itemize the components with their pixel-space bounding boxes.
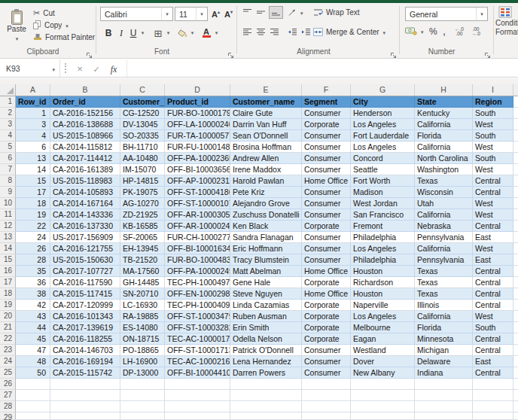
cell-B24[interactable]: CA-2016-169194 — [50, 356, 120, 367]
cell-C19[interactable]: LC-16930 — [120, 300, 165, 311]
paste-button[interactable]: Paste — [3, 6, 30, 45]
cell-D15[interactable]: FUR-BO-10004834 — [165, 254, 230, 266]
cell-D22[interactable]: TEC-AC-10000171 — [165, 333, 230, 345]
cell-H24[interactable]: Delaware — [415, 356, 473, 367]
cell-B1[interactable]: Order_id — [50, 96, 120, 108]
row-header-1[interactable]: 1 — [0, 96, 16, 108]
cancel-button[interactable] — [72, 59, 87, 77]
cell-E9[interactable]: Pete Kriz — [230, 187, 302, 198]
cell-F26[interactable] — [302, 379, 351, 390]
cell-H25[interactable]: Indiana — [415, 367, 473, 379]
cell-A9[interactable]: 17 — [16, 187, 50, 198]
cell-F8[interactable]: Home Office — [302, 175, 351, 187]
decrease-indent-button[interactable] — [288, 28, 297, 36]
cell-I4[interactable]: South — [473, 130, 513, 142]
cell-partial-19[interactable] — [513, 300, 518, 311]
formula-bar-resize-handle[interactable] — [65, 63, 66, 73]
cell-F21[interactable]: Corporate — [302, 322, 351, 333]
cell-partial-28[interactable] — [513, 401, 518, 412]
cell-B28[interactable] — [50, 401, 120, 412]
cell-D14[interactable]: OFF-BI-10001634 — [165, 243, 230, 254]
cell-E15[interactable]: Tracy Blumstein — [230, 254, 302, 266]
cell-G7[interactable]: Seattle — [351, 164, 415, 175]
bold-button[interactable]: B — [102, 26, 114, 41]
row-header-4[interactable]: 4 — [0, 130, 16, 142]
cell-B27[interactable] — [50, 390, 120, 401]
conditional-formatting-button[interactable]: Conditional Formatting — [495, 6, 518, 36]
cell-partial-17[interactable] — [513, 277, 518, 288]
cell-E23[interactable]: Patrick O'Donnell — [230, 345, 302, 356]
cell-E17[interactable]: Gene Hale — [230, 277, 302, 288]
cell-G28[interactable] — [351, 401, 415, 412]
cell-partial-6[interactable] — [513, 153, 518, 164]
cell-partial-24[interactable] — [513, 356, 518, 367]
cell-B15[interactable]: US-2015-150630 — [50, 254, 120, 266]
cell-E19[interactable]: Linda Cazamias — [230, 300, 302, 311]
row-header-19[interactable]: 19 — [0, 300, 16, 311]
cut-button[interactable]: Cut — [33, 8, 55, 18]
column-header-A[interactable]: A — [16, 84, 50, 96]
font-color-dropdown-icon[interactable] — [212, 26, 220, 41]
cell-I19[interactable]: Central — [473, 300, 513, 311]
row-header-22[interactable]: 22 — [0, 333, 16, 345]
column-header-B[interactable]: B — [50, 84, 120, 96]
cell-partial-12[interactable] — [513, 221, 518, 232]
column-header-D[interactable]: D — [165, 84, 230, 96]
cell-E10[interactable]: Alejandro Grove — [230, 198, 302, 209]
cell-F25[interactable]: Consumer — [302, 367, 351, 379]
cell-C5[interactable]: BH-11710 — [120, 142, 165, 153]
cell-E22[interactable]: Odella Nelson — [230, 333, 302, 345]
cell-G20[interactable]: Los Angeles — [351, 311, 415, 322]
row-header-26[interactable]: 26 — [0, 379, 16, 390]
cell-D24[interactable]: TEC-AC-10002167 — [165, 356, 230, 367]
cell-A27[interactable] — [16, 390, 50, 401]
cell-D8[interactable]: OFF-AP-10002311 — [165, 175, 230, 187]
cell-D26[interactable] — [165, 379, 230, 390]
cell-C7[interactable]: IM-15070 — [120, 164, 165, 175]
cell-B26[interactable] — [50, 379, 120, 390]
column-header-G[interactable]: G — [351, 84, 415, 96]
cell-G10[interactable]: West Jordan — [351, 198, 415, 209]
cell-H6[interactable]: North Carolina — [415, 153, 473, 164]
cell-C16[interactable]: MA-17560 — [120, 266, 165, 277]
cell-partial-7[interactable] — [513, 164, 518, 175]
cell-F27[interactable] — [302, 390, 351, 401]
row-header-29[interactable]: 29 — [0, 412, 16, 420]
cell-H20[interactable]: California — [415, 311, 473, 322]
cell-F1[interactable]: Segment — [302, 96, 351, 108]
cell-C13[interactable]: SF-20065 — [120, 232, 165, 243]
cell-D23[interactable]: OFF-ST-10001713 — [165, 345, 230, 356]
cell-A12[interactable]: 22 — [16, 221, 50, 232]
cell-A4[interactable]: 4 — [16, 130, 50, 142]
cell-partial-13[interactable] — [513, 232, 518, 243]
alignment-dialog-launcher-icon[interactable] — [390, 48, 398, 56]
cell-partial-11[interactable] — [513, 209, 518, 221]
fill-color-button[interactable] — [176, 26, 188, 41]
row-header-17[interactable]: 17 — [0, 277, 16, 288]
column-header-H[interactable]: H — [415, 84, 473, 96]
cell-C6[interactable]: AA-10480 — [120, 153, 165, 164]
cell-C23[interactable]: PO-18865 — [120, 345, 165, 356]
cell-G14[interactable]: Los Angeles — [351, 243, 415, 254]
cell-D12[interactable]: OFF-AR-10000246 — [165, 221, 230, 232]
cell-partial-5[interactable] — [513, 142, 518, 153]
cell-A13[interactable]: 24 — [16, 232, 50, 243]
row-header-21[interactable]: 21 — [0, 322, 16, 333]
cell-I6[interactable]: South — [473, 153, 513, 164]
cell-C29[interactable] — [120, 412, 165, 420]
cell-E11[interactable]: Zuschuss Donatelli — [230, 209, 302, 221]
cell-partial-9[interactable] — [513, 187, 518, 198]
cell-E26[interactable] — [230, 379, 302, 390]
cell-G13[interactable]: Philadelphia — [351, 232, 415, 243]
cell-G16[interactable]: Houston — [351, 266, 415, 277]
accounting-format-button[interactable] — [405, 27, 424, 35]
cell-H11[interactable]: California — [415, 209, 473, 221]
cell-D13[interactable]: FUR-CH-10002774 — [165, 232, 230, 243]
cell-G2[interactable]: Henderson — [351, 108, 415, 119]
cell-partial-18[interactable] — [513, 288, 518, 300]
cell-E28[interactable] — [230, 401, 302, 412]
cell-A28[interactable] — [16, 401, 50, 412]
underline-button[interactable]: U — [128, 26, 139, 41]
font-size-dropdown-icon[interactable] — [196, 8, 207, 20]
cell-D27[interactable] — [165, 390, 230, 401]
